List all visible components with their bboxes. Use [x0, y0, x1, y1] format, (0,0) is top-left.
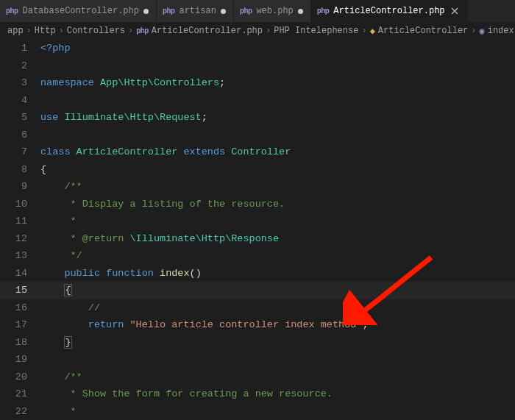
line-number: 5 — [0, 112, 40, 123]
php-icon: php — [136, 27, 149, 35]
php-icon: php — [240, 7, 252, 15]
code-line[interactable]: 20 /** — [0, 369, 515, 386]
code-line[interactable]: 4 — [0, 92, 515, 110]
breadcrumb-method[interactable]: ◉ index — [479, 26, 514, 37]
class-icon: ◆ — [370, 26, 375, 37]
chevron-right-icon: › — [24, 26, 35, 36]
line-number: 12 — [0, 233, 40, 244]
code-line[interactable]: 17 return "Hello article controller inde… — [0, 316, 515, 334]
code-line[interactable]: 16 // — [0, 299, 515, 317]
modified-dot-icon — [221, 9, 226, 14]
line-number: 9 — [0, 181, 40, 192]
tab-label: ArticleController.php — [333, 6, 444, 16]
code-line[interactable]: 10 * Display a listing of the resource. — [0, 196, 515, 213]
tab-artisan[interactable]: php artisan — [157, 0, 234, 22]
code-line[interactable]: 14 public function index() — [0, 265, 515, 282]
code-line[interactable]: 3 namespace App\Http\Controllers; — [0, 74, 515, 92]
line-number: 10 — [0, 199, 40, 210]
method-icon: ◉ — [479, 26, 484, 37]
chevron-right-icon: › — [125, 26, 136, 36]
code-editor[interactable]: 1 <?php 2 3 namespace App\Http\Controlle… — [0, 40, 515, 420]
line-number: 8 — [0, 164, 40, 175]
tab-bar: php DatabaseController.php php artisan p… — [0, 0, 515, 22]
code-line[interactable]: 1 <?php — [0, 40, 515, 57]
chevron-right-icon: › — [263, 26, 274, 36]
code-line[interactable]: 11 * — [0, 213, 515, 230]
breadcrumb-http[interactable]: Http — [35, 26, 56, 36]
code-line[interactable]: 8 { — [0, 161, 515, 179]
tab-label: web.php — [256, 6, 293, 16]
php-icon: php — [163, 7, 175, 15]
breadcrumb-class[interactable]: ◆ ArticleController — [370, 26, 469, 37]
line-number: 21 — [0, 388, 40, 399]
breadcrumbs[interactable]: app › Http › Controllers › php ArticleCo… — [0, 22, 515, 40]
code-line[interactable]: 5 use Illuminate\Http\Request; — [0, 109, 515, 127]
line-number: 6 — [0, 129, 40, 140]
line-number: 19 — [0, 354, 40, 365]
tab-label: DatabaseController.php — [23, 6, 139, 16]
code-line[interactable]: 22 * — [0, 403, 515, 421]
line-number: 7 — [0, 146, 40, 157]
breadcrumb-controllers[interactable]: Controllers — [67, 26, 125, 36]
code-line-current[interactable]: 15 { — [0, 282, 515, 299]
breadcrumb-app[interactable]: app — [7, 26, 24, 36]
chevron-right-icon: › — [468, 26, 479, 36]
modified-dot-icon — [143, 9, 149, 14]
line-number: 13 — [0, 250, 40, 261]
code-line[interactable]: 12 * @return \Illuminate\Http\Response — [0, 230, 515, 248]
tab-web[interactable]: php web.php — [234, 0, 311, 22]
tab-label: artisan — [179, 6, 216, 16]
line-number: 15 — [0, 285, 40, 296]
line-number: 20 — [0, 371, 40, 382]
modified-dot-icon — [298, 9, 303, 14]
code-line[interactable]: 2 — [0, 57, 515, 75]
code-line[interactable]: 9 /** — [0, 178, 515, 196]
code-line[interactable]: 13 */ — [0, 247, 515, 265]
tab-database-controller[interactable]: php DatabaseController.php — [0, 0, 157, 22]
chevron-right-icon: › — [358, 26, 369, 36]
tab-article-controller[interactable]: php ArticleController.php — [311, 0, 468, 22]
line-number: 16 — [0, 302, 40, 313]
line-number: 14 — [0, 268, 40, 279]
line-number: 11 — [0, 216, 40, 227]
line-number: 22 — [0, 406, 40, 417]
line-number: 2 — [0, 60, 40, 71]
php-icon: php — [317, 7, 330, 15]
code-line[interactable]: 21 * Show the form for creating a new re… — [0, 385, 515, 403]
line-number: 18 — [0, 337, 40, 348]
php-icon: php — [6, 7, 18, 15]
breadcrumb-file[interactable]: php ArticleController.php — [136, 26, 263, 36]
line-number: 1 — [0, 43, 40, 54]
line-number: 4 — [0, 95, 40, 106]
code-line[interactable]: 7 class ArticleController extends Contro… — [0, 143, 515, 161]
breadcrumb-intelephense[interactable]: PHP Intelephense — [274, 26, 358, 36]
chevron-right-icon: › — [56, 26, 67, 36]
code-line[interactable]: 6 — [0, 127, 515, 144]
close-icon[interactable] — [450, 6, 460, 16]
line-number: 17 — [0, 319, 40, 330]
code-line[interactable]: 19 — [0, 351, 515, 369]
code-line[interactable]: 18 } — [0, 334, 515, 352]
line-number: 3 — [0, 77, 40, 88]
